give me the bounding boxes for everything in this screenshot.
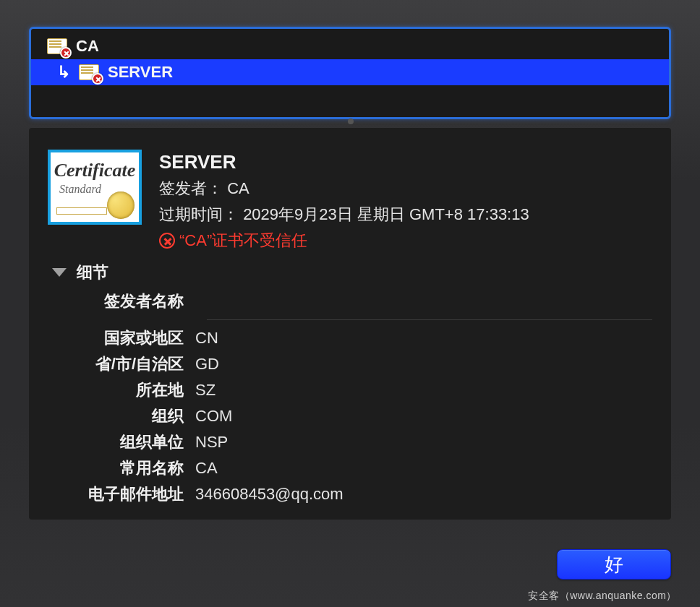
- chain-item-label: SERVER: [108, 63, 173, 82]
- expiry-label: 过期时间：: [159, 205, 239, 223]
- detail-label: 所在地: [48, 379, 195, 401]
- certificate-large-icon: Certificate Standard: [48, 150, 142, 225]
- detail-label: 常用名称: [48, 457, 195, 479]
- details-disclosure[interactable]: 细节: [48, 262, 652, 283]
- detail-row-country: 国家或地区 CN: [48, 327, 652, 353]
- detail-label: 省/市/自治区: [48, 353, 195, 375]
- detail-row-cn: 常用名称 CA: [48, 457, 652, 483]
- child-arrow-icon: ↳: [57, 63, 70, 82]
- certificate-icon: [79, 64, 99, 80]
- details-section-title: 细节: [77, 262, 108, 283]
- detail-value: 346608453@qq.com: [195, 485, 343, 504]
- trust-error-text: “CA”证书不受信任: [179, 230, 307, 251]
- certificate-icon: [47, 38, 67, 54]
- detail-value: CA: [195, 459, 218, 478]
- pager-dot: [348, 119, 354, 124]
- detail-value: SZ: [195, 381, 215, 400]
- certificate-name: SERVER: [159, 151, 529, 173]
- certificate-details-panel: Certificate Standard SERVER 签发者： CA 过期时间…: [29, 128, 671, 520]
- issuer-section-label: 签发者名称: [48, 290, 195, 312]
- detail-label: 国家或地区: [48, 327, 195, 349]
- detail-label: 组织单位: [48, 431, 195, 453]
- issuer-label: 签发者：: [159, 179, 223, 197]
- detail-row-locality: 所在地 SZ: [48, 379, 652, 405]
- detail-value: CN: [195, 329, 218, 348]
- footer-watermark: 安全客（www.anquanke.com）: [528, 590, 677, 603]
- detail-row-org: 组织 COM: [48, 405, 652, 431]
- issuer-value: CA: [227, 179, 249, 197]
- issuer-line: 签发者： CA: [159, 178, 529, 199]
- detail-row-email: 电子邮件地址 346608453@qq.com: [48, 483, 652, 509]
- trust-error-line: “CA”证书不受信任: [159, 230, 529, 251]
- detail-row-orgunit: 组织单位 NSP: [48, 431, 652, 457]
- disclosure-triangle-icon: [52, 268, 67, 277]
- cert-icon-title: Certificate: [51, 160, 139, 181]
- chain-item-server[interactable]: ↳ SERVER: [31, 59, 669, 85]
- chain-item-ca[interactable]: CA: [31, 29, 669, 59]
- expiry-line: 过期时间： 2029年9月23日 星期日 GMT+8 17:33:13: [159, 204, 529, 225]
- ok-button[interactable]: 好: [557, 549, 671, 580]
- detail-label: 电子邮件地址: [48, 483, 195, 505]
- certificate-chain-list[interactable]: CA ↳ SERVER: [29, 27, 671, 119]
- detail-label: 组织: [48, 405, 195, 427]
- detail-value: COM: [195, 407, 232, 426]
- chain-item-label: CA: [76, 37, 99, 56]
- detail-value: GD: [195, 355, 219, 374]
- error-icon: [159, 233, 175, 249]
- section-divider: [207, 319, 652, 320]
- detail-row-state: 省/市/自治区 GD: [48, 353, 652, 379]
- detail-value: NSP: [195, 433, 228, 452]
- expiry-value: 2029年9月23日 星期日 GMT+8 17:33:13: [243, 205, 529, 223]
